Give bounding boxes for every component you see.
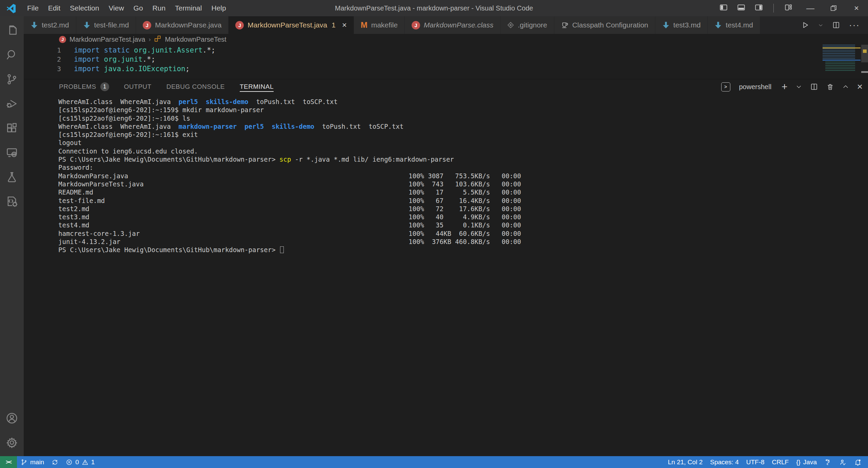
code-token — [100, 65, 104, 73]
menu-run[interactable]: Run — [148, 0, 171, 16]
settings-gear-icon[interactable] — [0, 430, 24, 455]
menu-edit[interactable]: Edit — [43, 0, 65, 16]
terminal-cursor — [280, 246, 284, 253]
panel-tab-problems[interactable]: PROBLEMS1 — [59, 79, 109, 94]
customize-layout-icon[interactable] — [784, 3, 793, 13]
markdown-icon — [31, 21, 38, 29]
run-java-icon[interactable] — [801, 21, 809, 29]
menu-terminal[interactable]: Terminal — [170, 0, 206, 16]
vscode-logo-icon[interactable] — [0, 3, 22, 13]
terminal-text: Password: — [58, 164, 93, 171]
split-terminal-icon[interactable] — [810, 83, 818, 91]
branch-name: main — [30, 459, 44, 466]
run-debug-icon[interactable] — [0, 91, 24, 116]
tab-test3-md[interactable]: test3.md — [655, 16, 708, 34]
terminal-prompt-line: PS C:\Users\Jake Hewig\Documents\GitHub\… — [58, 246, 868, 254]
menu-bar: FileEditSelectionViewGoRunTerminalHelp — [22, 0, 231, 16]
minimap[interactable] — [823, 45, 861, 75]
terminal-actions: > powershell + — [721, 81, 863, 93]
accounts-icon[interactable] — [0, 406, 24, 430]
tab-markdownparse-class[interactable]: JMarkdownParse.class — [405, 16, 500, 34]
toggle-secondary-sidebar-icon[interactable] — [754, 3, 763, 13]
java-icon: J — [235, 21, 244, 29]
scp-transfer-row: README.md100% 17 5.5KB/s 00:00 — [58, 188, 868, 196]
menu-help[interactable]: Help — [206, 0, 231, 16]
split-editor-icon[interactable] — [832, 21, 840, 29]
git-branch-item[interactable]: main — [17, 456, 48, 468]
gitlens-icon[interactable] — [821, 456, 835, 468]
remote-explorer-icon[interactable] — [0, 140, 24, 165]
more-actions-icon[interactable]: ··· — [849, 20, 860, 30]
sync-item[interactable] — [48, 456, 62, 468]
terminal-dropdown-icon[interactable] — [796, 84, 802, 90]
tab--gitignore[interactable]: .gitignore — [500, 16, 554, 34]
remote-indicator[interactable]: >< — [0, 456, 17, 468]
breadcrumb-symbol[interactable]: MarkdownParseTest — [165, 36, 226, 43]
code-editor[interactable]: 1import static org.junit.Assert.*;2impor… — [24, 45, 868, 79]
tab-test2-md[interactable]: test2.md — [24, 16, 76, 34]
tab-makefile[interactable]: Mmakefile — [354, 16, 405, 34]
markdown-icon — [83, 21, 91, 29]
notifications-bell-icon[interactable] — [850, 456, 865, 468]
editor-area: test2.mdtest-file.mdJMarkdownParse.javaJ… — [24, 16, 868, 456]
panel-tab-output[interactable]: OUTPUT — [124, 79, 152, 94]
run-dropdown-icon[interactable] — [818, 23, 823, 28]
tab-test-file-md[interactable]: test-file.md — [76, 16, 136, 34]
transfer-stats: 100% 44KB 60.6KB/s 00:00 — [409, 229, 521, 238]
close-panel-icon[interactable]: × — [857, 81, 863, 92]
tab-test4-md[interactable]: test4.md — [708, 16, 760, 34]
warnings-icon — [82, 459, 88, 466]
tab-label: MarkdownParseTest.java — [248, 21, 327, 29]
testing-icon[interactable] — [0, 165, 24, 189]
eol-sequence[interactable]: CRLF — [768, 456, 793, 468]
terminal-output[interactable]: WhereAmI.class WhereAmI.java perl5 skill… — [24, 94, 868, 456]
menu-go[interactable]: Go — [129, 0, 148, 16]
toggle-panel-icon[interactable] — [737, 3, 746, 13]
restore-button[interactable] — [822, 0, 845, 16]
tab-problem-badge: 1 — [332, 21, 336, 29]
breadcrumb-file[interactable]: MarkdownParseTest.java — [70, 36, 145, 43]
line-number: 2 — [24, 55, 61, 63]
minimap-highlight-line — [823, 47, 861, 48]
minimize-button[interactable]: — — [799, 0, 822, 16]
maximize-panel-icon[interactable] — [842, 83, 849, 90]
terminal-line: Connection to ieng6.ucsd.edu closed. — [58, 147, 868, 155]
language-mode[interactable]: {} Java — [792, 456, 821, 468]
java-project-settings-icon[interactable] — [0, 189, 24, 213]
problems-item[interactable]: 0 1 — [62, 456, 98, 468]
transfer-filename: MarkdownParse.java — [58, 172, 128, 180]
code-token: import — [74, 46, 100, 54]
extensions-icon[interactable] — [0, 116, 24, 140]
menu-selection[interactable]: Selection — [65, 0, 104, 16]
source-control-icon[interactable] — [0, 67, 24, 91]
indentation[interactable]: Spaces: 4 — [706, 456, 743, 468]
cursor-position[interactable]: Ln 21, Col 2 — [664, 456, 706, 468]
terminal-text: WhereAmI.class WhereAmI.java — [58, 123, 179, 130]
liveshare-icon[interactable] — [835, 456, 850, 468]
close-tab-icon[interactable]: × — [342, 21, 347, 29]
terminal-text: skills-demo — [272, 123, 314, 130]
panel-header: PROBLEMS1OUTPUTDEBUG CONSOLETERMINAL > p… — [24, 79, 868, 94]
explorer-icon[interactable] — [0, 18, 24, 43]
kill-terminal-icon[interactable] — [826, 83, 834, 91]
search-icon[interactable] — [0, 43, 24, 67]
encoding[interactable]: UTF-8 — [743, 456, 768, 468]
transfer-filename: test-file.md — [58, 197, 105, 204]
toggle-sidebar-icon[interactable] — [719, 3, 728, 13]
panel-tab-debug-console[interactable]: DEBUG CONSOLE — [166, 79, 225, 94]
menu-file[interactable]: File — [22, 0, 43, 16]
new-terminal-icon[interactable]: + — [782, 81, 788, 93]
tab-classpath-configuration[interactable]: Classpath Configuration — [554, 16, 655, 34]
class-symbol-icon — [154, 35, 161, 44]
editor-scrollbar[interactable] — [861, 45, 868, 62]
code-token: import — [74, 55, 100, 63]
tab-markdownparse-java[interactable]: JMarkdownParse.java — [136, 16, 229, 34]
transfer-filename: README.md — [58, 188, 93, 196]
tab-markdownparsetest-java[interactable]: JMarkdownParseTest.java1× — [229, 16, 354, 34]
close-window-button[interactable]: × — [845, 0, 868, 16]
menu-view[interactable]: View — [104, 0, 129, 16]
panel-tab-terminal[interactable]: TERMINAL — [240, 79, 274, 94]
shell-label[interactable]: powershell — [739, 83, 772, 91]
problems-count-badge: 1 — [100, 82, 109, 91]
transfer-stats: 100% 40 4.9KB/s 00:00 — [409, 213, 521, 221]
